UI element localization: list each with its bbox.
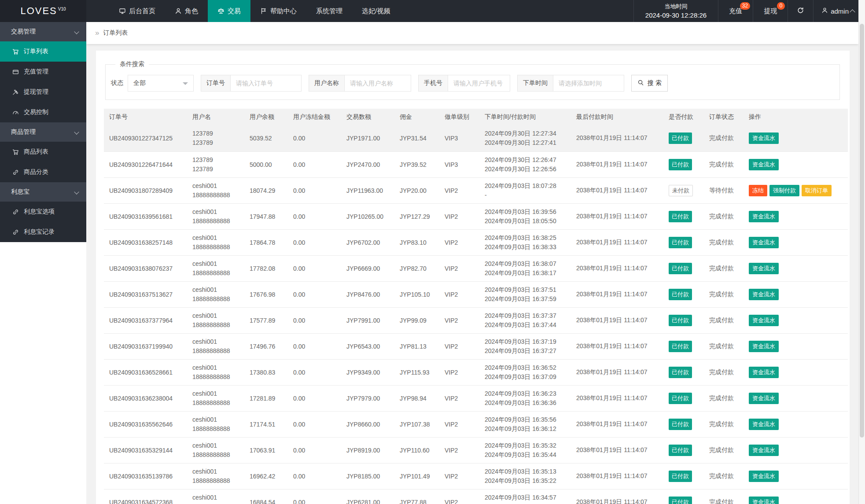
order-list-card: 条件搜索 状态 全部 订单号 用户名称 (96, 51, 850, 504)
sidebar-item-提现管理[interactable]: 提现管理 (0, 82, 86, 102)
scrollbar-thumb[interactable] (860, 24, 864, 438)
last-pay-time-cell: 2038年01月19日 11:14:07 (571, 229, 663, 255)
commission-cell: JYP82.70 (394, 255, 439, 281)
nav-item-0[interactable]: 后台首页 (109, 0, 165, 22)
action-button-资金流水[interactable]: 资金流水 (749, 289, 779, 300)
pay-status-cell: 已付款 (663, 489, 704, 504)
sidebar-collapse-button[interactable] (86, 0, 109, 22)
refresh-button[interactable] (788, 0, 813, 22)
withdraw-button[interactable]: 提现 0 (753, 0, 788, 22)
order-status-cell: 完成付款 (704, 333, 744, 359)
action-button-资金流水[interactable]: 资金流水 (749, 445, 779, 456)
balance-cell: 17577.89 (244, 307, 288, 333)
sidebar-item-利息宝选项[interactable]: 利息宝选项 (0, 202, 86, 222)
frozen-amount-cell: 0.00 (288, 281, 341, 307)
action-button-资金流水[interactable]: 资金流水 (749, 497, 779, 504)
column-header: 用户冻结金额 (288, 109, 341, 125)
sidebar-group-0[interactable]: 交易管理 (0, 22, 86, 41)
nav-item-1[interactable]: 角色 (165, 0, 208, 22)
column-header: 最后付款时间 (571, 109, 663, 125)
balance-cell: 5000.00 (244, 151, 288, 177)
table-row: UB2409031635562646ceshi00118888888888171… (104, 411, 848, 437)
order-time-input[interactable] (553, 75, 624, 91)
search-button[interactable]: 搜 索 (631, 75, 668, 92)
action-button-资金流水[interactable]: 资金流水 (749, 159, 779, 170)
sidebar-group-1[interactable]: 商品管理 (0, 122, 86, 142)
frozen-amount-cell: 0.00 (288, 229, 341, 255)
frozen-amount-cell: 0.00 (288, 255, 341, 281)
username-filter: 用户名称 (309, 75, 411, 92)
column-header: 操作 (744, 109, 848, 125)
action-button-资金流水[interactable]: 资金流水 (749, 315, 779, 326)
actions-cell: 资金流水 (744, 255, 848, 281)
action-button-取消订单[interactable]: 取消订单 (802, 185, 832, 196)
nav-item-label: 系统管理 (316, 7, 342, 15)
order-no-input[interactable] (231, 75, 301, 91)
admin-app: LOVESV10 后台首页角色交易帮助中心系统管理选妃/视频 当地时间 2024… (0, 0, 865, 504)
last-pay-time-cell: 2038年01月19日 11:14:07 (571, 411, 663, 437)
action-button-资金流水[interactable]: 资金流水 (749, 263, 779, 274)
user-menu[interactable]: admin (813, 0, 865, 22)
pay-status-badge: 已付款 (669, 315, 692, 326)
sidebar-item-利息宝记录[interactable]: 利息宝记录 (0, 222, 86, 242)
last-pay-time-cell: 2038年01月19日 11:14:07 (571, 489, 663, 504)
action-button-资金流水[interactable]: 资金流水 (749, 367, 779, 378)
order-time-cell: 2024年09月03日 16:38:072024年09月03日 16:38:17 (479, 255, 571, 281)
nav-item-2[interactable]: 交易 (208, 0, 250, 22)
username-input[interactable] (345, 75, 411, 91)
sidebar-item-商品列表[interactable]: 商品列表 (0, 142, 86, 162)
sidebar-item-充值管理[interactable]: 充值管理 (0, 62, 86, 82)
order-status-cell: 完成付款 (704, 125, 744, 151)
main-nav: 后台首页角色交易帮助中心系统管理选妃/视频 (109, 0, 400, 22)
order-no-cell: UB2409031638257148 (104, 229, 187, 255)
recharge-button[interactable]: 充值 32 (718, 0, 753, 22)
action-button-资金流水[interactable]: 资金流水 (749, 211, 779, 222)
vip-level-cell: VIP2 (439, 177, 479, 203)
sidebar-group-2[interactable]: 利息宝 (0, 182, 86, 202)
action-button-资金流水[interactable]: 资金流水 (749, 393, 779, 404)
nav-item-3[interactable]: 帮助中心 (250, 0, 306, 22)
sidebar-item-交易控制[interactable]: 交易控制 (0, 102, 86, 122)
sidebar-group-label: 交易管理 (11, 28, 36, 36)
action-button-资金流水[interactable]: 资金流水 (749, 132, 779, 144)
nav-item-5[interactable]: 选妃/视频 (352, 0, 400, 22)
trade-amount-cell: JYP6702.00 (341, 229, 394, 255)
pay-status-cell: 已付款 (663, 229, 704, 255)
actions-cell: 资金流水 (744, 151, 848, 177)
sidebar: 交易管理订单列表充值管理提现管理交易控制商品管理商品列表商品分类利息宝利息宝选项… (0, 22, 86, 504)
balance-cell: 16962.42 (244, 463, 288, 489)
action-button-强制付款[interactable]: 强制付款 (769, 185, 799, 196)
action-button-资金流水[interactable]: 资金流水 (749, 341, 779, 352)
gauge-icon (12, 109, 19, 116)
withdraw-badge: 0 (777, 2, 785, 10)
logo-text: LOVESV10 (20, 5, 66, 17)
commission-cell: JYP127.29 (394, 203, 439, 229)
cart-icon (12, 48, 19, 55)
actions-cell: 资金流水 (744, 437, 848, 463)
status-select[interactable]: 全部 (128, 75, 194, 92)
action-button-资金流水[interactable]: 资金流水 (749, 237, 779, 248)
order-no-cell: UB2409031807289409 (104, 177, 187, 203)
nav-item-4[interactable]: 系统管理 (306, 0, 352, 22)
sidebar-item-商品分类[interactable]: 商品分类 (0, 162, 86, 182)
vip-level-cell: VIP2 (439, 463, 479, 489)
action-button-冻结[interactable]: 冻结 (749, 185, 767, 196)
phone-input[interactable] (448, 75, 510, 91)
order-status-cell: 完成付款 (704, 281, 744, 307)
pay-status-badge: 已付款 (669, 341, 692, 352)
trade-amount-cell: JYP8660.00 (341, 411, 394, 437)
order-status-cell: 完成付款 (704, 255, 744, 281)
order-time-cell: 2024年09月30日 12:27:342024年09月30日 12:27:41 (479, 125, 571, 151)
vertical-scrollbar[interactable] (858, 0, 865, 504)
username-cell: ceshi00118888888888 (187, 437, 244, 463)
frozen-amount-cell: 0.00 (288, 489, 341, 504)
commission-cell: JYP99.09 (394, 307, 439, 333)
actions-cell: 资金流水 (744, 385, 848, 411)
sidebar-item-订单列表[interactable]: 订单列表 (0, 41, 86, 62)
username-cell: ceshi00118888888888 (187, 489, 244, 504)
vip-level-cell: VIP3 (439, 151, 479, 177)
hammer-icon (12, 89, 19, 96)
action-button-资金流水[interactable]: 资金流水 (749, 471, 779, 482)
actions-cell: 冻结强制付款取消订单 (744, 177, 848, 203)
action-button-资金流水[interactable]: 资金流水 (749, 419, 779, 430)
